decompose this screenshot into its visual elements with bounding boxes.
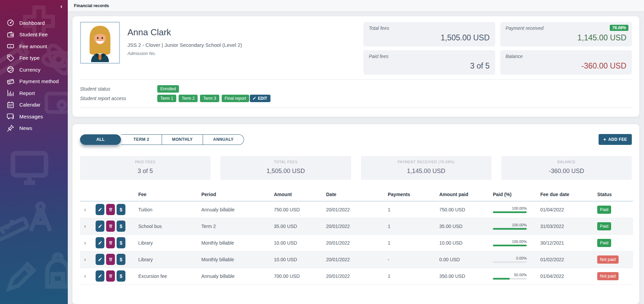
row-expander-chevron-icon[interactable]: › bbox=[81, 206, 86, 213]
add-fee-button[interactable]: + ADD FEE bbox=[599, 134, 632, 145]
summary-card-balance: BALANCE-360.00 USD bbox=[501, 156, 632, 180]
trash-icon bbox=[108, 207, 113, 212]
sidebar-item-label: Payment method bbox=[19, 78, 59, 84]
tab-annualy[interactable]: ANNUALY bbox=[203, 134, 244, 145]
sidebar-collapse-button[interactable]: ‹ bbox=[58, 3, 65, 10]
amount-paid-cell: 35.00 USD bbox=[438, 218, 491, 234]
payment-fee-button[interactable]: $ bbox=[117, 254, 125, 265]
content: Anna Clark JSS 2 - Clover | Junior Secon… bbox=[68, 12, 644, 304]
amount-cell: 10.00 USD bbox=[273, 234, 325, 251]
dollar-icon: $ bbox=[120, 207, 122, 212]
tab-all[interactable]: ALL bbox=[80, 134, 121, 145]
column-header-status: Status bbox=[596, 190, 633, 201]
fees-table-header: FeePeriodAmountDatePaymentsAmount paidPa… bbox=[80, 190, 633, 201]
delete-fee-button[interactable] bbox=[106, 237, 115, 248]
pin-icon bbox=[6, 124, 15, 132]
status-badge: Paid bbox=[597, 222, 611, 230]
report-access-label: Student report access bbox=[80, 96, 157, 101]
payment-fee-button[interactable]: $ bbox=[117, 221, 125, 232]
paid-percent-label: 100.00% bbox=[493, 206, 527, 210]
fees-table-body: ›$TuitionAnnualy billable750.00 USD20/01… bbox=[80, 201, 633, 284]
fee-table-row: ›$LibraryMonthly billable10.00 USD20/01/… bbox=[80, 234, 633, 251]
fee-due-date-cell: 01/04/2022 bbox=[539, 268, 596, 284]
sidebar-item-messages[interactable]: Messages bbox=[0, 111, 68, 122]
row-actions: $ bbox=[96, 237, 136, 248]
main-area: Financial records bbox=[68, 0, 644, 304]
edit-fee-button[interactable] bbox=[96, 270, 104, 282]
status-badge: Paid bbox=[597, 239, 611, 247]
edit-fee-button[interactable] bbox=[96, 254, 104, 265]
row-expander-chevron-icon[interactable]: › bbox=[81, 240, 86, 246]
column-header-amount: Amount bbox=[273, 190, 325, 201]
dollar-icon: $ bbox=[120, 257, 122, 262]
edit-report-access-button[interactable]: EDIT bbox=[250, 95, 270, 102]
payment-fee-button[interactable]: $ bbox=[117, 270, 125, 282]
amount-paid-cell: 0.00 USD bbox=[438, 251, 491, 268]
payment-fee-button[interactable]: $ bbox=[117, 204, 125, 215]
paid-percent-cell: 100.00% bbox=[491, 201, 539, 218]
stat-value: 1,145.00 USD bbox=[506, 33, 627, 42]
pencil-icon bbox=[253, 96, 256, 100]
payments-cell: 1 bbox=[386, 268, 438, 284]
credit-card-icon bbox=[6, 77, 15, 86]
amount-cell: 35.00 USD bbox=[273, 218, 325, 234]
summary-value: 3 of 5 bbox=[80, 168, 210, 175]
status-cell: Paid bbox=[596, 234, 633, 251]
fee-filter-tabs: ALLTERM 2MONTHLYANNUALY bbox=[80, 134, 244, 145]
row-expander-chevron-icon[interactable]: › bbox=[81, 256, 86, 263]
sidebar-item-report[interactable]: Report bbox=[0, 87, 68, 99]
sidebar-item-dashboard[interactable]: Dashboard bbox=[0, 17, 68, 29]
paid-progress-bar bbox=[493, 211, 527, 213]
report-access-badges: Term 1Term 2Term 3Final report bbox=[157, 95, 249, 102]
report-badge-term-1: Term 1 bbox=[157, 95, 176, 102]
delete-fee-button[interactable] bbox=[106, 254, 115, 265]
column-header-date: Date bbox=[325, 190, 386, 201]
amount-cell: 10.00 USD bbox=[273, 251, 325, 268]
stat-card-paid-fees: Paid fees3 of 5 bbox=[363, 50, 495, 75]
delete-fee-button[interactable] bbox=[106, 204, 115, 215]
paid-percent-label: 0.00% bbox=[493, 256, 527, 260]
summary-label: TOTAL FEES bbox=[220, 160, 351, 164]
tag-icon bbox=[6, 54, 15, 62]
sidebar-item-payment-method[interactable]: Payment method bbox=[0, 76, 68, 88]
edit-fee-button[interactable] bbox=[96, 204, 104, 215]
sidebar-item-fee-type[interactable]: Fee type bbox=[0, 52, 68, 64]
sidebar-item-label: Dashboard bbox=[19, 20, 45, 26]
status-cell: Paid bbox=[596, 201, 633, 218]
date-cell: 20/01/2022 bbox=[325, 201, 386, 218]
sidebar-item-calendar[interactable]: Calendar bbox=[0, 99, 68, 111]
sidebar-item-news[interactable]: News bbox=[0, 122, 68, 134]
payment-fee-button[interactable]: $ bbox=[117, 237, 125, 248]
sidebar-item-fee-amount[interactable]: -1-Fee amount bbox=[0, 40, 68, 52]
sidebar-nav: DashboardStudent Fee-1-Fee amountFee typ… bbox=[0, 0, 68, 134]
period-cell: Annualy billable bbox=[200, 201, 273, 218]
edit-fee-button[interactable] bbox=[96, 221, 104, 232]
row-expander-chevron-icon[interactable]: › bbox=[81, 223, 86, 229]
svg-text:-1-: -1- bbox=[9, 45, 12, 48]
student-status-row: Student status Enrolled bbox=[80, 84, 632, 93]
row-expander-chevron-icon[interactable]: › bbox=[81, 273, 86, 279]
sidebar-item-currency[interactable]: Currency bbox=[0, 64, 68, 76]
tab-monthly[interactable]: MONTHLY bbox=[162, 134, 203, 145]
fees-card: ALLTERM 2MONTHLYANNUALY + ADD FEE PAID F… bbox=[73, 124, 639, 304]
delete-fee-button[interactable] bbox=[106, 270, 115, 282]
report-badge-final-report: Final report bbox=[222, 95, 249, 102]
delete-fee-button[interactable] bbox=[106, 221, 115, 232]
avatar-illustration bbox=[82, 23, 118, 62]
student-status-label: Student status bbox=[80, 86, 157, 92]
status-badge: Not paid bbox=[597, 255, 619, 264]
fee-due-date-cell: 01/02/2022 bbox=[539, 251, 596, 268]
topbar: Financial records bbox=[68, 0, 644, 12]
chevron-left-icon: ‹ bbox=[60, 3, 62, 10]
fee-due-date-cell: 01/04/2022 bbox=[539, 201, 596, 218]
period-cell: Annualy billable bbox=[200, 268, 273, 284]
student-avatar[interactable] bbox=[80, 22, 120, 64]
paid-percent-label: 100.00% bbox=[493, 240, 527, 244]
sidebar-item-student-fee[interactable]: Student Fee bbox=[0, 29, 68, 41]
edit-fee-button[interactable] bbox=[96, 237, 104, 248]
tab-term-2[interactable]: TERM 2 bbox=[121, 134, 162, 145]
profile-info: Anna Clark JSS 2 - Clover | Junior Secon… bbox=[127, 22, 356, 75]
period-cell: Term 2 bbox=[200, 218, 273, 234]
report-badge-term-2: Term 2 bbox=[179, 95, 198, 102]
paid-percent-cell: 100.00% bbox=[491, 218, 539, 234]
